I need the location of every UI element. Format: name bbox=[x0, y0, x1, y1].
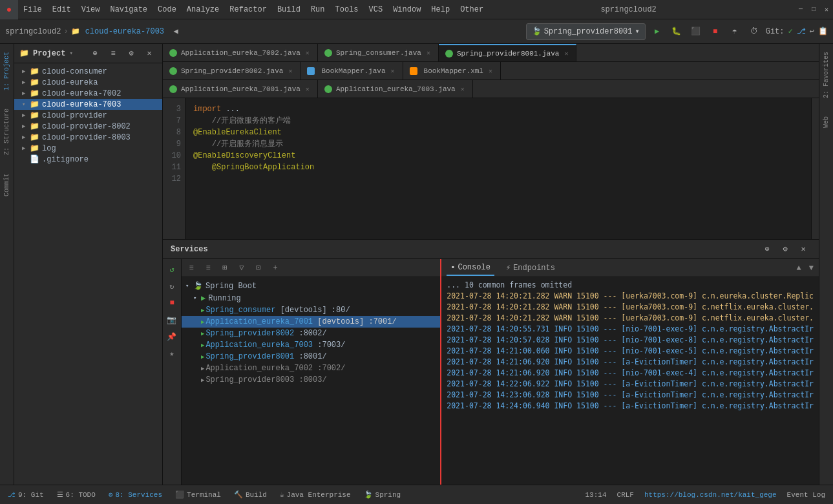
tab-close-consumer[interactable]: ✕ bbox=[425, 49, 432, 57]
favorites-vertical-label[interactable]: 2: Favorites bbox=[823, 49, 830, 101]
toolbar-run-btn[interactable]: ▶ bbox=[649, 24, 665, 39]
menu-view[interactable]: View bbox=[76, 0, 105, 19]
status-todo[interactable]: ☰ 6: TODO bbox=[54, 490, 98, 499]
svc-add-btn[interactable]: + bbox=[268, 261, 282, 275]
svc-rerun-btn[interactable]: ↻ bbox=[164, 278, 180, 294]
console-content[interactable]: ... 10 common frames omitted 2021-07-28 … bbox=[441, 277, 819, 485]
structure-vertical-label[interactable]: Z: Structure bbox=[3, 106, 10, 158]
svc-sort-btn[interactable]: ⊡ bbox=[251, 261, 266, 275]
tab-close-7001[interactable]: ✕ bbox=[304, 85, 311, 93]
svc-camera-btn[interactable]: 📷 bbox=[164, 312, 180, 328]
code-area[interactable]: import ... //开启微服务的客户端 @EnableEurekaClie… bbox=[185, 98, 811, 239]
tab-spring-provider8002[interactable]: Spring_provider8002.java ✕ bbox=[163, 62, 301, 79]
run-config-selector[interactable]: 🍃 Spring_provider8001 ▾ bbox=[526, 23, 646, 40]
menu-refactor[interactable]: Refactor bbox=[224, 0, 272, 19]
tab-spring-provider8001[interactable]: Spring_provider8001.java ✕ bbox=[439, 44, 576, 61]
svc-spring-provider8002[interactable]: ▶ Spring_provider8002 :8002/ bbox=[182, 328, 440, 339]
toolbar-more-btn[interactable]: ⬛ bbox=[688, 24, 704, 39]
tab-app-eureka-7002[interactable]: Application_eureka_7002.java ✕ bbox=[163, 44, 318, 61]
svc-expand-all[interactable]: ≡ bbox=[201, 261, 215, 275]
svc-filter-btn[interactable]: ▽ bbox=[235, 261, 249, 275]
git-branch-icon[interactable]: ⎇ bbox=[797, 26, 806, 36]
menu-navigate[interactable]: Navigate bbox=[105, 0, 153, 19]
panel-gear-icon[interactable]: ⚙ bbox=[123, 46, 139, 61]
breadcrumb-root[interactable]: springcloud2 bbox=[5, 27, 61, 36]
svc-springboot-group[interactable]: ▾ 🍃 Spring Boot bbox=[182, 280, 440, 292]
status-terminal[interactable]: ⬛ Terminal bbox=[173, 490, 224, 499]
svc-fav-btn[interactable]: ★ bbox=[164, 346, 180, 361]
panel-add-icon[interactable]: ⊕ bbox=[87, 46, 103, 61]
menu-vcs[interactable]: VCS bbox=[364, 0, 388, 19]
svc-spring-provider8003[interactable]: ▶ Spring_provider8003 :8003/ bbox=[182, 374, 440, 386]
breadcrumb-project[interactable]: cloud-eureka-7003 bbox=[85, 27, 164, 36]
menu-other[interactable]: Other bbox=[455, 0, 489, 19]
svc-app-eureka-7003[interactable]: ▶ Application_eureka_7003 :7003/ bbox=[182, 339, 440, 351]
tab-app-eureka-7003[interactable]: Application_eureka_7003.java ✕ bbox=[318, 80, 473, 98]
toolbar-stop-btn[interactable]: ■ bbox=[708, 24, 723, 39]
project-vertical-label[interactable]: 1: Project bbox=[3, 49, 10, 93]
console-scroll-down[interactable]: ▼ bbox=[809, 264, 814, 273]
toolbar-coverage-btn[interactable]: ☂ bbox=[727, 24, 743, 39]
status-git[interactable]: ⎇ 9: Git bbox=[5, 491, 47, 499]
status-spring[interactable]: 🍃 Spring bbox=[361, 490, 404, 499]
svc-restart-btn[interactable]: ↺ bbox=[164, 262, 180, 277]
svc-running-group[interactable]: ▾ ▶ Running bbox=[182, 292, 440, 304]
menu-analyze[interactable]: Analyze bbox=[182, 0, 224, 19]
event-log-label[interactable]: Event Log bbox=[785, 491, 828, 499]
menu-file[interactable]: File bbox=[18, 0, 47, 19]
services-add-icon[interactable]: ⊕ bbox=[759, 242, 775, 257]
svc-spring-consumer[interactable]: ▶ Spring_consumer [devtools] :80/ bbox=[182, 304, 440, 316]
tree-item-cloud-provider-8002[interactable]: ▶ 📁 cloud-provider-8002 bbox=[14, 121, 162, 132]
menu-code[interactable]: Code bbox=[153, 0, 182, 19]
menu-edit[interactable]: Edit bbox=[47, 0, 76, 19]
svc-app-eureka-7002[interactable]: ▶ Application_eureka_7002 :7002/ bbox=[182, 362, 440, 374]
svc-pin-btn[interactable]: 📌 bbox=[164, 329, 180, 344]
status-url[interactable]: https://blog.csdn.net/kait_gege bbox=[642, 491, 779, 499]
git-history-icon[interactable]: 📋 bbox=[818, 26, 828, 36]
menu-build[interactable]: Build bbox=[272, 0, 306, 19]
toolbar-nav-back[interactable]: ◀ bbox=[168, 24, 184, 39]
tab-close-p8001[interactable]: ✕ bbox=[563, 50, 569, 58]
console-tab-endpoints[interactable]: ⚡ Endpoints bbox=[502, 260, 559, 275]
tree-item-cloud-eureka-7002[interactable]: ▶ 📁 cloud-eureka-7002 bbox=[14, 88, 162, 99]
close-btn[interactable]: ✕ bbox=[821, 5, 832, 15]
tree-item-cloud-provider-8003[interactable]: ▶ 📁 cloud-provider-8003 bbox=[14, 132, 162, 143]
menu-tools[interactable]: Tools bbox=[330, 0, 364, 19]
tab-close-bmx[interactable]: ✕ bbox=[487, 67, 494, 75]
status-encoding[interactable]: CRLF bbox=[615, 491, 637, 499]
git-undo-icon[interactable]: ↩ bbox=[810, 26, 814, 36]
svc-group-btn[interactable]: ⊞ bbox=[218, 261, 232, 275]
maximize-btn[interactable]: □ bbox=[808, 5, 819, 15]
tab-bookmapper-xml[interactable]: BookMapper.xml ✕ bbox=[403, 62, 501, 79]
tab-app-eureka-7001[interactable]: Application_eureka_7001.java ✕ bbox=[163, 80, 318, 98]
tree-item-cloud-eureka-7003[interactable]: ▾ 📁 cloud-eureka-7003 bbox=[14, 99, 162, 110]
web-vertical-label[interactable]: Web bbox=[823, 114, 830, 131]
console-tab-console[interactable]: ▪ Console bbox=[447, 260, 494, 276]
toolbar-profiler-btn[interactable]: ⏱ bbox=[746, 24, 762, 39]
console-scroll-up[interactable]: ▲ bbox=[797, 264, 801, 273]
services-gear-icon[interactable]: ⚙ bbox=[777, 242, 793, 257]
tree-item-gitignore[interactable]: 📄 .gitignore bbox=[14, 154, 162, 165]
tab-bookmapper-java[interactable]: BookMapper.java ✕ bbox=[301, 62, 403, 79]
menu-window[interactable]: Window bbox=[388, 0, 426, 19]
panel-dropdown-arrow[interactable]: ▾ bbox=[69, 50, 72, 57]
menu-run[interactable]: Run bbox=[306, 0, 330, 19]
tab-close-p8002t[interactable]: ✕ bbox=[287, 67, 293, 75]
svc-collapse-all[interactable]: ≡ bbox=[184, 261, 198, 275]
svc-spring-provider8001[interactable]: ▶ Spring_provider8001 :8001/ bbox=[182, 351, 440, 362]
status-java-enterprise[interactable]: ☕ Java Enterprise bbox=[277, 490, 353, 499]
git-check-icon[interactable]: ✓ bbox=[788, 26, 793, 36]
toolbar-debug-btn[interactable]: 🐛 bbox=[669, 24, 684, 39]
menu-help[interactable]: Help bbox=[426, 0, 455, 19]
status-services[interactable]: ⚙ 8: Services bbox=[106, 490, 165, 499]
status-build[interactable]: 🔨 Build bbox=[231, 490, 269, 499]
tree-item-log[interactable]: ▶ 📁 log bbox=[14, 143, 162, 154]
tree-item-cloud-eureka[interactable]: ▶ 📁 cloud-eureka bbox=[14, 77, 162, 88]
tab-spring-consumer[interactable]: Spring_consumer.java ✕ bbox=[318, 44, 439, 61]
svc-app-eureka-7001[interactable]: ▶ Application_eureka_7001 [devtools] :70… bbox=[182, 316, 440, 328]
panel-close-icon[interactable]: ✕ bbox=[142, 46, 157, 61]
svc-stop-btn[interactable]: ■ bbox=[164, 295, 180, 311]
services-close-icon[interactable]: ✕ bbox=[796, 242, 811, 257]
commit-vertical-label[interactable]: Commit bbox=[3, 171, 10, 199]
tab-close-7002j[interactable]: ✕ bbox=[304, 49, 311, 57]
